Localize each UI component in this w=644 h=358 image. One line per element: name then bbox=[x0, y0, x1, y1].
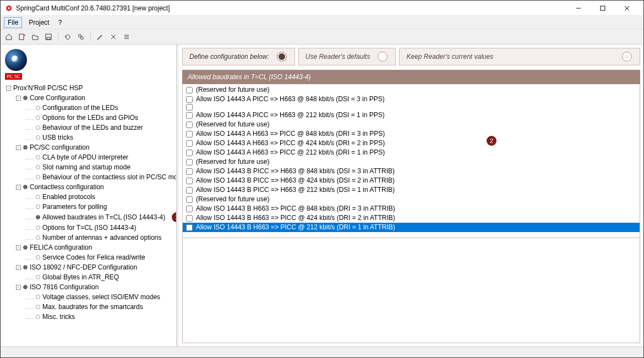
tree-leaf[interactable]: Options for T=CL (ISO 14443-4) bbox=[4, 223, 173, 233]
checkbox[interactable] bbox=[186, 187, 193, 194]
section-header: Allowed baudrates in T=CL (ISO 14443-4) bbox=[182, 70, 640, 84]
checkbox[interactable] bbox=[186, 87, 193, 93]
checkbox[interactable] bbox=[186, 104, 193, 111]
checkbox-row[interactable]: Allow ISO 14443 B PICC => H663 @ 212 kbi… bbox=[183, 185, 640, 195]
tree-leaf[interactable]: Service Codes for Felica read/write bbox=[4, 252, 173, 262]
mode-keep-label: Keep Reader's current values bbox=[406, 53, 493, 60]
checkbox[interactable] bbox=[186, 140, 193, 147]
tree-leaf[interactable]: Global Bytes in ATR_REQ bbox=[4, 272, 173, 282]
checkbox[interactable] bbox=[186, 159, 193, 166]
tree-leaf-selected[interactable]: Allowed baudrates in T=CL (ISO 14443-4)1 bbox=[4, 212, 173, 223]
checkbox-row[interactable]: (Reserved for future use) bbox=[183, 85, 640, 95]
empty-area bbox=[182, 238, 640, 343]
mode-keep[interactable]: Keep Reader's current values bbox=[399, 48, 640, 65]
mode-define-label: Define configuration below: bbox=[189, 53, 269, 60]
checkbox[interactable] bbox=[186, 215, 193, 222]
checkbox[interactable] bbox=[186, 206, 193, 212]
edit-icon[interactable] bbox=[95, 32, 105, 42]
close-button[interactable] bbox=[615, 1, 639, 16]
tree-leaf[interactable]: Enabled protocols bbox=[4, 192, 173, 202]
mode-define[interactable]: Define configuration below: bbox=[182, 48, 295, 65]
statusbar bbox=[1, 346, 643, 357]
annotation-2: 2 bbox=[487, 136, 496, 146]
expander-icon[interactable]: - bbox=[16, 145, 21, 150]
checkbox-row[interactable]: Allow ISO 14443 A PICC => H663 @ 212 kbi… bbox=[183, 111, 640, 120]
tree-nfcdep[interactable]: -ISO 18092 / NFC-DEP Configuration bbox=[4, 262, 173, 272]
toolbar-separator bbox=[58, 32, 58, 41]
titlebar: SpringCard MultiConf 20.6.7480.27391 [ne… bbox=[1, 1, 643, 16]
window-controls bbox=[566, 1, 639, 16]
pcsc-badge: PC SC bbox=[5, 73, 22, 80]
mode-row: Define configuration below: Use Reader's… bbox=[182, 48, 640, 65]
list-icon[interactable] bbox=[122, 32, 132, 42]
refresh-icon[interactable] bbox=[63, 32, 73, 42]
checkbox[interactable] bbox=[186, 112, 193, 119]
checkbox[interactable] bbox=[186, 178, 193, 184]
checkbox-row[interactable]: Allow ISO 14443 B H663 => PICC @ 848 kbi… bbox=[183, 204, 640, 213]
tree-core[interactable]: -Core Configuration bbox=[4, 93, 173, 103]
checkbox[interactable] bbox=[186, 196, 193, 203]
tree-leaf[interactable]: Behaviour of the LEDs and buzzer bbox=[4, 123, 173, 133]
expander-icon[interactable]: - bbox=[16, 285, 21, 290]
expander-icon[interactable]: - bbox=[6, 86, 11, 91]
checkbox[interactable] bbox=[186, 131, 193, 137]
svg-point-11 bbox=[79, 34, 81, 37]
checkbox[interactable] bbox=[186, 150, 193, 156]
menu-help[interactable]: ? bbox=[56, 18, 64, 27]
checkbox[interactable] bbox=[186, 168, 193, 175]
tree-contactless[interactable]: -Contactless configuration bbox=[4, 182, 173, 192]
maximize-button[interactable] bbox=[591, 1, 615, 16]
tree-leaf[interactable]: Misc. tricks bbox=[4, 312, 173, 322]
app-icon bbox=[5, 4, 13, 12]
tree-leaf[interactable]: Voltage classes, select ISO/EMV modes bbox=[4, 292, 173, 302]
checkbox-row[interactable]: (Reserved for future use) bbox=[183, 120, 640, 129]
home-icon[interactable] bbox=[4, 32, 14, 42]
radio-selected-icon bbox=[277, 52, 287, 62]
checkbox-row[interactable]: Allow ISO 14443 A H663 => PICC @ 212 kbi… bbox=[183, 148, 640, 157]
tree-leaf[interactable]: Parameters for polling bbox=[4, 202, 173, 212]
tree-leaf[interactable]: Configuration of the LEDs bbox=[4, 103, 173, 113]
checkbox[interactable] bbox=[186, 96, 193, 103]
tree-leaf[interactable]: USB tricks bbox=[4, 133, 173, 142]
tree-leaf[interactable]: Max. baudrates for the smartcards bbox=[4, 302, 173, 312]
new-icon[interactable] bbox=[17, 32, 27, 42]
open-icon[interactable] bbox=[30, 32, 40, 42]
checkbox[interactable] bbox=[186, 122, 193, 128]
expander-icon[interactable]: - bbox=[16, 185, 21, 190]
svg-rect-6 bbox=[19, 34, 24, 40]
mode-defaults[interactable]: Use Reader's defaults bbox=[298, 48, 396, 65]
checkbox-row[interactable]: Allow ISO 14443 A H663 => PICC @ 424 kbi… bbox=[183, 139, 640, 148]
tree-pcsc[interactable]: -PC/SC configuration bbox=[4, 142, 173, 152]
checkbox-row-selected[interactable]: Allow ISO 14443 B H663 => PICC @ 212 kbi… bbox=[183, 223, 640, 232]
checkbox-row[interactable] bbox=[183, 104, 640, 111]
window-title: SpringCard MultiConf 20.6.7480.27391 [ne… bbox=[16, 4, 566, 12]
tree-felica[interactable]: -FELICA configuration bbox=[4, 243, 173, 252]
expander-icon[interactable]: - bbox=[16, 265, 21, 270]
tree-iso7816[interactable]: -ISO 7816 Configuration bbox=[4, 282, 173, 292]
tree-leaf[interactable]: Behaviour of the contactless slot in PC/… bbox=[4, 172, 173, 182]
tree-leaf[interactable]: CLA byte of APDU interpreter bbox=[4, 152, 173, 162]
checkbox-row[interactable]: Allow ISO 14443 B H663 => PICC @ 424 kbi… bbox=[183, 213, 640, 223]
checkbox-row[interactable]: Allow ISO 14443 B PICC => H663 @ 424 kbi… bbox=[183, 176, 640, 185]
save-icon[interactable] bbox=[43, 32, 53, 42]
svg-rect-10 bbox=[47, 37, 50, 40]
clear-icon[interactable] bbox=[108, 32, 118, 42]
tree-root[interactable]: -Prox'N'Roll PC/SC HSP bbox=[4, 83, 173, 93]
checkbox-row[interactable]: Allow ISO 14443 A PICC => H663 @ 848 kbi… bbox=[183, 95, 640, 104]
menu-project[interactable]: Project bbox=[25, 18, 52, 27]
tree-leaf[interactable]: Slot naming and startup mode bbox=[4, 162, 173, 172]
tree-leaf[interactable]: Number of antennas + advanced options bbox=[4, 233, 173, 243]
checkbox[interactable] bbox=[186, 224, 193, 231]
checkbox-row[interactable]: Allow ISO 14443 A H663 => PICC @ 848 kbi… bbox=[183, 129, 640, 139]
expander-icon[interactable]: - bbox=[16, 245, 21, 250]
menu-file[interactable]: File bbox=[4, 17, 22, 28]
device-icon bbox=[5, 49, 27, 71]
minimize-button[interactable] bbox=[566, 1, 591, 16]
link-icon[interactable] bbox=[76, 32, 86, 42]
checkbox-row[interactable]: Allow ISO 14443 B PICC => H663 @ 848 kbi… bbox=[183, 167, 640, 176]
tree-leaf[interactable]: Options for the LEDs and GPIOs bbox=[4, 113, 173, 123]
svg-point-12 bbox=[81, 36, 84, 39]
checkbox-row[interactable]: (Reserved for future use) bbox=[183, 157, 640, 167]
expander-icon[interactable]: - bbox=[16, 96, 21, 101]
checkbox-row[interactable]: (Reserved for future use) bbox=[183, 195, 640, 204]
